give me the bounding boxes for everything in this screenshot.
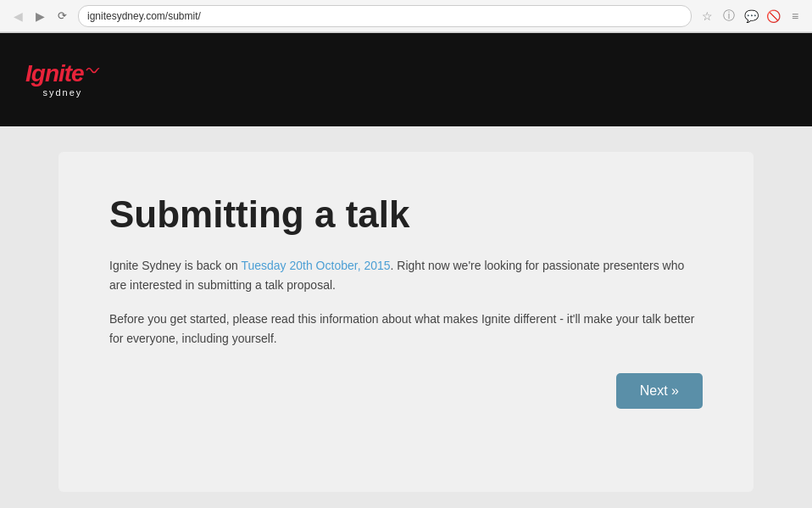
next-button-container: Next »: [109, 373, 703, 409]
browser-chrome: ◀ ▶ ⟳ ☆ ⓘ 💬 🚫 ≡: [0, 0, 812, 33]
nav-buttons: ◀ ▶ ⟳: [8, 7, 71, 25]
site-header: Ignite sydney: [0, 33, 812, 126]
toolbar-icons: ☆ ⓘ 💬 🚫 ≡: [698, 8, 804, 25]
block-icon[interactable]: 🚫: [765, 8, 781, 25]
logo-inner: Ignite: [25, 62, 100, 86]
menu-icon[interactable]: ≡: [787, 8, 804, 25]
info-icon[interactable]: ⓘ: [720, 8, 737, 25]
intro-date: Tuesday 20th October, 2015: [241, 259, 390, 272]
intro-text-part1: Ignite Sydney is back on: [109, 259, 241, 272]
info-paragraph: Before you get started, please read this…: [109, 310, 703, 348]
forward-button[interactable]: ▶: [31, 7, 49, 25]
star-icon[interactable]: ☆: [698, 8, 715, 25]
refresh-button[interactable]: ⟳: [53, 7, 71, 25]
logo-container: Ignite sydney: [25, 62, 100, 98]
intro-paragraph: Ignite Sydney is back on Tuesday 20th Oc…: [109, 256, 703, 294]
page-title: Submitting a talk: [109, 194, 703, 235]
logo-squiggle-icon: [85, 65, 100, 75]
logo-text: Ignite: [25, 62, 84, 86]
chat-icon[interactable]: 💬: [742, 8, 759, 25]
logo-sydney: sydney: [42, 87, 82, 98]
main-content: Submitting a talk Ignite Sydney is back …: [0, 126, 812, 508]
browser-toolbar: ◀ ▶ ⟳ ☆ ⓘ 💬 🚫 ≡: [0, 0, 812, 32]
address-bar-container: [78, 5, 692, 27]
next-button[interactable]: Next »: [616, 373, 703, 409]
back-button[interactable]: ◀: [8, 7, 27, 25]
address-bar[interactable]: [87, 10, 682, 22]
content-card: Submitting a talk Ignite Sydney is back …: [58, 152, 754, 492]
